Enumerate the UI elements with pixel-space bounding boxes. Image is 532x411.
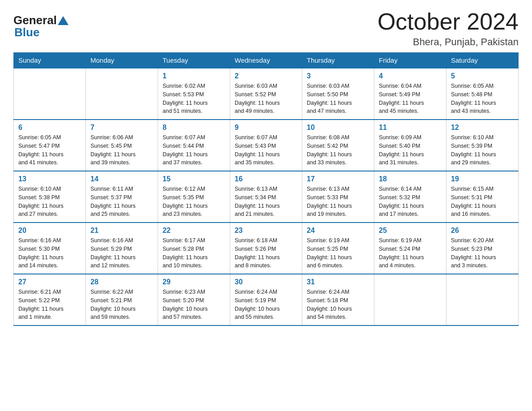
calendar-day-cell: [446, 274, 519, 325]
day-info: Sunrise: 6:18 AM Sunset: 5:26 PM Dayligh…: [235, 236, 297, 270]
day-info: Sunrise: 6:19 AM Sunset: 5:24 PM Dayligh…: [379, 236, 442, 270]
calendar-weekday-header: Tuesday: [158, 53, 230, 68]
day-info: Sunrise: 6:13 AM Sunset: 5:33 PM Dayligh…: [307, 185, 369, 218]
calendar-day-cell: 3Sunrise: 6:03 AM Sunset: 5:50 PM Daylig…: [302, 68, 374, 120]
calendar-week-row: 20Sunrise: 6:16 AM Sunset: 5:30 PM Dayli…: [14, 223, 519, 274]
calendar-day-cell: 15Sunrise: 6:12 AM Sunset: 5:35 PM Dayli…: [158, 171, 230, 223]
day-info: Sunrise: 6:15 AM Sunset: 5:31 PM Dayligh…: [451, 185, 514, 218]
day-number: 22: [163, 227, 225, 235]
day-info: Sunrise: 6:04 AM Sunset: 5:49 PM Dayligh…: [379, 82, 442, 116]
day-info: Sunrise: 6:10 AM Sunset: 5:38 PM Dayligh…: [18, 185, 81, 218]
day-number: 17: [307, 175, 369, 183]
day-info: Sunrise: 6:05 AM Sunset: 5:48 PM Dayligh…: [451, 82, 514, 116]
calendar-day-cell: 7Sunrise: 6:06 AM Sunset: 5:45 PM Daylig…: [86, 120, 158, 171]
day-number: 20: [18, 227, 81, 235]
day-info: Sunrise: 6:14 AM Sunset: 5:32 PM Dayligh…: [379, 185, 442, 218]
logo-blue: Blue: [14, 26, 39, 39]
calendar-weekday-header: Friday: [374, 53, 446, 68]
calendar-day-cell: 4Sunrise: 6:04 AM Sunset: 5:49 PM Daylig…: [374, 68, 446, 120]
calendar-day-cell: 28Sunrise: 6:22 AM Sunset: 5:21 PM Dayli…: [86, 274, 158, 325]
day-number: 2: [235, 72, 297, 80]
calendar-weekday-header: Sunday: [14, 53, 86, 68]
day-info: Sunrise: 6:06 AM Sunset: 5:45 PM Dayligh…: [90, 133, 153, 167]
calendar-day-cell: 13Sunrise: 6:10 AM Sunset: 5:38 PM Dayli…: [14, 171, 86, 223]
day-number: 7: [90, 124, 153, 132]
day-number: 6: [18, 124, 81, 132]
day-info: Sunrise: 6:23 AM Sunset: 5:20 PM Dayligh…: [163, 288, 225, 321]
calendar-day-cell: 22Sunrise: 6:17 AM Sunset: 5:28 PM Dayli…: [158, 223, 230, 274]
logo: General Blue: [13, 9, 69, 39]
logo-triangle-icon: [58, 16, 69, 25]
day-number: 26: [451, 227, 514, 235]
day-number: 8: [163, 124, 225, 132]
day-info: Sunrise: 6:07 AM Sunset: 5:44 PM Dayligh…: [163, 133, 225, 167]
day-info: Sunrise: 6:03 AM Sunset: 5:50 PM Dayligh…: [307, 82, 369, 116]
calendar-day-cell: 9Sunrise: 6:07 AM Sunset: 5:43 PM Daylig…: [230, 120, 302, 171]
day-info: Sunrise: 6:11 AM Sunset: 5:37 PM Dayligh…: [90, 185, 153, 218]
day-info: Sunrise: 6:07 AM Sunset: 5:43 PM Dayligh…: [235, 133, 297, 167]
calendar-day-cell: 16Sunrise: 6:13 AM Sunset: 5:34 PM Dayli…: [230, 171, 302, 223]
calendar-weekday-header: Saturday: [446, 53, 519, 68]
day-number: 19: [451, 175, 514, 183]
calendar-day-cell: 31Sunrise: 6:24 AM Sunset: 5:18 PM Dayli…: [302, 274, 374, 325]
calendar-day-cell: 23Sunrise: 6:18 AM Sunset: 5:26 PM Dayli…: [230, 223, 302, 274]
day-info: Sunrise: 6:05 AM Sunset: 5:47 PM Dayligh…: [18, 133, 81, 167]
day-number: 31: [307, 278, 369, 286]
location: Bhera, Punjab, Pakistan: [378, 36, 519, 48]
title-block: October 2024 Bhera, Punjab, Pakistan: [378, 9, 519, 48]
day-number: 14: [90, 175, 153, 183]
calendar-day-cell: 11Sunrise: 6:09 AM Sunset: 5:40 PM Dayli…: [374, 120, 446, 171]
calendar-day-cell: 24Sunrise: 6:19 AM Sunset: 5:25 PM Dayli…: [302, 223, 374, 274]
calendar-day-cell: 12Sunrise: 6:10 AM Sunset: 5:39 PM Dayli…: [446, 120, 519, 171]
calendar-day-cell: 26Sunrise: 6:20 AM Sunset: 5:23 PM Dayli…: [446, 223, 519, 274]
calendar-day-cell: [14, 68, 86, 120]
day-info: Sunrise: 6:21 AM Sunset: 5:22 PM Dayligh…: [18, 288, 81, 321]
calendar-day-cell: 20Sunrise: 6:16 AM Sunset: 5:30 PM Dayli…: [14, 223, 86, 274]
day-info: Sunrise: 6:16 AM Sunset: 5:30 PM Dayligh…: [18, 236, 81, 270]
calendar-day-cell: 8Sunrise: 6:07 AM Sunset: 5:44 PM Daylig…: [158, 120, 230, 171]
day-info: Sunrise: 6:22 AM Sunset: 5:21 PM Dayligh…: [90, 288, 153, 321]
calendar-week-row: 1Sunrise: 6:02 AM Sunset: 5:53 PM Daylig…: [14, 68, 519, 120]
calendar-day-cell: 21Sunrise: 6:16 AM Sunset: 5:29 PM Dayli…: [86, 223, 158, 274]
calendar-day-cell: 18Sunrise: 6:14 AM Sunset: 5:32 PM Dayli…: [374, 171, 446, 223]
day-info: Sunrise: 6:08 AM Sunset: 5:42 PM Dayligh…: [307, 133, 369, 167]
day-number: 23: [235, 227, 297, 235]
day-number: 30: [235, 278, 297, 286]
day-info: Sunrise: 6:13 AM Sunset: 5:34 PM Dayligh…: [235, 185, 297, 218]
day-info: Sunrise: 6:24 AM Sunset: 5:19 PM Dayligh…: [235, 288, 297, 321]
day-number: 27: [18, 278, 81, 286]
day-number: 21: [90, 227, 153, 235]
day-info: Sunrise: 6:09 AM Sunset: 5:40 PM Dayligh…: [379, 133, 442, 167]
day-info: Sunrise: 6:17 AM Sunset: 5:28 PM Dayligh…: [163, 236, 225, 270]
page-header: General Blue October 2024 Bhera, Punjab,…: [13, 9, 519, 48]
calendar-day-cell: 29Sunrise: 6:23 AM Sunset: 5:20 PM Dayli…: [158, 274, 230, 325]
day-info: Sunrise: 6:10 AM Sunset: 5:39 PM Dayligh…: [451, 133, 514, 167]
calendar-day-cell: 10Sunrise: 6:08 AM Sunset: 5:42 PM Dayli…: [302, 120, 374, 171]
calendar-table: SundayMondayTuesdayWednesdayThursdayFrid…: [13, 52, 519, 326]
calendar-day-cell: 17Sunrise: 6:13 AM Sunset: 5:33 PM Dayli…: [302, 171, 374, 223]
day-number: 10: [307, 124, 369, 132]
calendar-day-cell: 19Sunrise: 6:15 AM Sunset: 5:31 PM Dayli…: [446, 171, 519, 223]
day-number: 16: [235, 175, 297, 183]
calendar-day-cell: 27Sunrise: 6:21 AM Sunset: 5:22 PM Dayli…: [14, 274, 86, 325]
calendar-day-cell: [374, 274, 446, 325]
month-title: October 2024: [378, 9, 519, 34]
calendar-day-cell: 6Sunrise: 6:05 AM Sunset: 5:47 PM Daylig…: [14, 120, 86, 171]
day-number: 24: [307, 227, 369, 235]
day-number: 4: [379, 72, 442, 80]
calendar-weekday-header: Thursday: [302, 53, 374, 68]
calendar-weekday-header: Wednesday: [230, 53, 302, 68]
calendar-day-cell: 1Sunrise: 6:02 AM Sunset: 5:53 PM Daylig…: [158, 68, 230, 120]
day-number: 5: [451, 72, 514, 80]
calendar-week-row: 6Sunrise: 6:05 AM Sunset: 5:47 PM Daylig…: [14, 120, 519, 171]
day-info: Sunrise: 6:20 AM Sunset: 5:23 PM Dayligh…: [451, 236, 514, 270]
day-number: 1: [163, 72, 225, 80]
calendar-header-row: SundayMondayTuesdayWednesdayThursdayFrid…: [14, 53, 519, 68]
day-number: 13: [18, 175, 81, 183]
day-info: Sunrise: 6:19 AM Sunset: 5:25 PM Dayligh…: [307, 236, 369, 270]
calendar-week-row: 27Sunrise: 6:21 AM Sunset: 5:22 PM Dayli…: [14, 274, 519, 325]
calendar-weekday-header: Monday: [86, 53, 158, 68]
calendar-day-cell: 5Sunrise: 6:05 AM Sunset: 5:48 PM Daylig…: [446, 68, 519, 120]
day-info: Sunrise: 6:16 AM Sunset: 5:29 PM Dayligh…: [90, 236, 153, 270]
day-info: Sunrise: 6:03 AM Sunset: 5:52 PM Dayligh…: [235, 82, 297, 116]
